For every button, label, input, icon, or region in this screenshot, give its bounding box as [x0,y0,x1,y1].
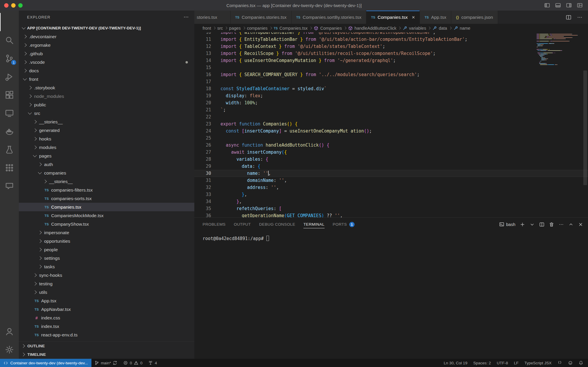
tree-item-index-css[interactable]: #index.css [19,314,194,322]
status-spaces[interactable]: Spaces: 2 [470,359,494,367]
zoom-window-button[interactable] [18,3,23,8]
tree-item-auth[interactable]: auth [19,160,194,169]
ports-status[interactable]: 4 [145,359,160,367]
activity-item-search[interactable] [0,31,19,49]
terminal-more-actions-button[interactable] [559,222,564,227]
scrollbar-thumb[interactable] [583,71,587,185]
close-tab-button[interactable]: × [412,15,415,20]
tab-app-tsx[interactable]: TSApp.tsx [420,11,451,24]
problems-status[interactable]: 00 [120,359,145,367]
tree-item-react-app-env-d-ts[interactable]: TSreact-app-env.d.ts [19,331,194,339]
tree-item-sync-hooks[interactable]: sync-hooks [19,271,194,279]
tree-item-stories[interactable]: __stories__ [19,118,194,126]
panel-tab-ports[interactable]: PORTS1 [333,218,355,231]
editor-more-actions-button[interactable] [577,14,583,20]
tree-item-generated[interactable]: generated [19,126,194,135]
tree-item-devcontainer[interactable]: .devcontainer [19,32,194,41]
close-panel-button[interactable] [578,222,583,227]
tree-item-opportunities[interactable]: opportunities [19,237,194,245]
tab-companies-tsx[interactable]: TSCompanies.tsx× [366,11,420,24]
activity-item-comments[interactable] [0,177,19,195]
breadcrumb-item-src[interactable]: src [217,26,223,31]
tree-item-index-tsx[interactable]: TSindex.tsx [19,322,194,331]
tree-item-pages[interactable]: pages [19,152,194,160]
minimap[interactable] [537,33,581,65]
tree-item-people[interactable]: people [19,245,194,254]
tree-item-utils[interactable]: utils [19,288,194,296]
maximize-panel-button[interactable] [568,222,574,227]
tree-item-vscode[interactable]: .vscode [19,58,194,66]
sidebar-section-outline[interactable]: OUTLINE [19,342,194,350]
activity-item-flask[interactable] [0,140,19,159]
activity-item-accounts[interactable] [0,322,19,341]
activity-item-extensions[interactable] [0,86,19,104]
feedback-button[interactable] [565,359,576,367]
tree-item-docs[interactable]: docs [19,66,194,75]
tree-item-appnavbar-tsx[interactable]: TSAppNavbar.tsx [19,305,194,314]
breadcrumb-item-companies[interactable]: companies [247,26,268,31]
panel-tab-terminal[interactable]: TERMINAL [303,218,324,231]
git-branch-status[interactable]: main* [91,359,121,367]
tree-item-companies-sorts-tsx[interactable]: TScompanies-sorts.tsx [19,194,194,203]
panel-tab-output[interactable]: OUTPUT [234,218,251,231]
tab-companies-sortby-stories-tsx[interactable]: TSCompanies.sortBy.stories.tsx [292,11,367,24]
activity-item-source-control[interactable]: 1 [0,49,19,68]
shell-selector[interactable]: bash [499,222,515,227]
breadcrumb-item-data[interactable]: data [432,26,447,31]
language-status-button[interactable] [554,359,565,367]
notifications-button[interactable] [576,359,586,367]
terminal[interactable]: root@0a42ecd84891:/app# [194,231,588,241]
tree-item-storybook[interactable]: .storybook [19,83,194,92]
activity-item-remote-explorer[interactable] [0,104,19,122]
breadcrumb-item-companies[interactable]: Companies [314,26,342,31]
tree-item-testing[interactable]: testing [19,279,194,288]
breadcrumb-item-front[interactable]: front [203,26,211,31]
tree-item-companies-filters-tsx[interactable]: TScompanies-filters.tsx [19,186,194,194]
launch-profile-button[interactable] [529,222,535,227]
breadcrumb-item-variables[interactable]: variables [402,26,426,31]
toggle-panel-button[interactable] [555,2,561,8]
activity-item-blocks[interactable] [0,159,19,177]
activity-item-run-and-debug[interactable] [0,68,19,86]
minimize-window-button[interactable] [11,3,16,8]
toggle-secondary-sidebar-button[interactable] [566,2,572,8]
remote-indicator[interactable]: Container dev-twenty-dev (dev-twenty-dev… [0,359,91,367]
tree-item-hooks[interactable]: hooks [19,135,194,143]
tree-item-github[interactable]: .github [19,49,194,58]
activity-item-explorer[interactable] [0,13,19,31]
split-editor-button[interactable] [566,14,572,20]
tree-item-node-modules[interactable]: node_modules [19,92,194,100]
sidebar-section-timeline[interactable]: TIMELINE [19,350,194,359]
customize-layout-button[interactable] [577,2,583,8]
tree-item-front[interactable]: front [19,75,194,83]
tree-item-tasks[interactable]: tasks [19,262,194,271]
status-utf-8[interactable]: UTF-8 [494,359,511,367]
tree-item-app-tsx[interactable]: TSApp.tsx [19,296,194,305]
breadcrumb-item-pages[interactable]: pages [229,26,241,31]
tree-item-companies-tsx[interactable]: TSCompanies.tsx [19,203,194,211]
tree-item-companies[interactable]: companies [19,169,194,177]
split-terminal-button[interactable] [539,222,544,227]
tree-item-src[interactable]: src [19,109,194,118]
tab-companies-json[interactable]: {}companies.json [451,11,498,24]
panel-tab-problems[interactable]: PROBLEMS [203,218,225,231]
new-terminal-button[interactable] [520,222,525,227]
toggle-primary-sidebar-button[interactable] [544,2,550,8]
tree-item-impersonate[interactable]: impersonate [19,228,194,237]
tree-item-stories[interactable]: __stories__ [19,177,194,186]
activity-item-docker[interactable] [0,122,19,140]
tree-item-settings[interactable]: settings [19,254,194,262]
status-lf[interactable]: LF [511,359,522,367]
tree-item-public[interactable]: public [19,100,194,109]
status-ln-30-col-19[interactable]: Ln 30, Col 19 [441,359,470,367]
workspace-section-header[interactable]: APP [CONTAINER DEV-TWENTY-DEV (DEV-TWENT… [19,24,194,32]
tree-item-ergomake[interactable]: .ergomake [19,41,194,49]
tab-stories-tsx[interactable]: stories.tsx [194,11,230,24]
tree-item-modules[interactable]: modules [19,143,194,152]
breadcrumb-item-name[interactable]: name [453,26,470,31]
breadcrumb-item-companies-tsx[interactable]: TSCompanies.tsx [274,26,308,31]
kill-terminal-button[interactable] [549,222,554,227]
breadcrumb-item-handleaddbuttonclick[interactable]: handleAddButtonClick [348,26,397,31]
tree-item-companyshow-tsx[interactable]: TSCompanyShow.tsx [19,220,194,228]
code-editor[interactable]: 10import { WithTopBarContainer } from '@… [194,32,588,217]
